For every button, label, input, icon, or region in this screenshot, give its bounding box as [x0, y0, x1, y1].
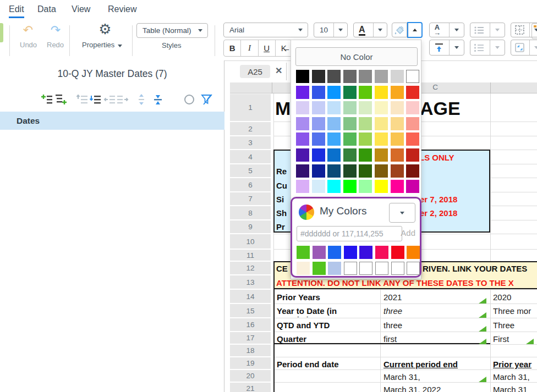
record-toggle-icon[interactable]: [183, 93, 195, 106]
sheet-cell[interactable]: LS ONLY: [419, 152, 454, 163]
palette-swatch[interactable]: [312, 70, 325, 83]
sheet-cell[interactable]: Three: [493, 319, 514, 331]
clear-format-button[interactable]: K̶: [276, 40, 292, 56]
sheet-cell[interactable]: March 31,: [383, 371, 420, 383]
sheet-cell[interactable]: 2021: [383, 291, 402, 303]
palette-swatch[interactable]: [343, 101, 357, 114]
my-color-swatch[interactable]: [359, 246, 372, 259]
redo-button[interactable]: ↷: [46, 24, 65, 36]
row-header-2[interactable]: 2: [230, 122, 271, 135]
palette-swatch[interactable]: [296, 132, 309, 146]
palette-swatch[interactable]: [343, 70, 357, 83]
row-header-10[interactable]: 10: [230, 234, 271, 249]
sheet-cell[interactable]: er 2, 2018: [420, 207, 457, 219]
palette-swatch[interactable]: [359, 180, 372, 193]
palette-swatch[interactable]: [406, 164, 419, 178]
vertical-align-button[interactable]: [429, 40, 464, 56]
sheet-cell[interactable]: March 31, 2022: [383, 384, 441, 392]
palette-swatch[interactable]: [391, 164, 404, 178]
move-section-right-icon[interactable]: [117, 93, 129, 106]
palette-swatch[interactable]: [312, 148, 325, 162]
add-section-icon[interactable]: [41, 93, 53, 106]
palette-swatch[interactable]: [343, 117, 357, 130]
sheet-cell[interactable]: first: [383, 333, 397, 345]
row-header-17[interactable]: 17: [230, 332, 271, 344]
row-header-11[interactable]: 11: [230, 250, 271, 261]
bold-button[interactable]: B: [224, 40, 241, 56]
font-name-dropdown[interactable]: Arial: [223, 23, 308, 37]
sheet-cell[interactable]: AGE: [420, 97, 461, 120]
my-color-swatch[interactable]: [344, 262, 357, 275]
palette-swatch[interactable]: [296, 117, 309, 130]
palette-swatch[interactable]: [327, 117, 341, 130]
numbered-list-button[interactable]: [470, 40, 505, 56]
palette-swatch[interactable]: [327, 148, 341, 162]
row-header-1[interactable]: 1: [230, 94, 271, 121]
my-color-swatch[interactable]: [407, 262, 420, 275]
palette-swatch[interactable]: [391, 132, 404, 146]
palette-swatch[interactable]: [296, 86, 309, 99]
table-style-dropdown[interactable]: Table (Normal): [136, 23, 208, 38]
properties-button[interactable]: ⚙: [80, 22, 130, 36]
fill-color-dropdown-open[interactable]: [407, 22, 423, 38]
palette-swatch[interactable]: [375, 164, 388, 178]
row-header-15[interactable]: 15: [230, 304, 271, 317]
palette-swatch[interactable]: [343, 86, 357, 99]
my-color-swatch[interactable]: [328, 262, 341, 275]
collapse-all-icon[interactable]: [152, 93, 164, 106]
sheet-cell[interactable]: CE: [276, 263, 288, 274]
row-header-16[interactable]: 16: [230, 318, 271, 331]
palette-swatch[interactable]: [391, 117, 404, 130]
sheet-cell[interactable]: three: [383, 305, 402, 317]
palette-swatch[interactable]: [312, 117, 325, 130]
palette-swatch[interactable]: [359, 164, 372, 178]
row-header-7[interactable]: 7: [230, 192, 271, 205]
palette-swatch[interactable]: [296, 148, 309, 162]
palette-swatch[interactable]: [359, 117, 372, 130]
close-icon[interactable]: ✕: [275, 65, 282, 76]
my-colors-dropdown[interactable]: [389, 203, 415, 223]
sheet-cell[interactable]: months): [277, 314, 309, 317]
palette-swatch[interactable]: [375, 180, 388, 193]
row-header-19[interactable]: 19: [230, 357, 271, 369]
palette-swatch[interactable]: [327, 86, 341, 99]
row-header-18[interactable]: 18: [230, 345, 271, 356]
underline-button[interactable]: U: [259, 40, 276, 56]
palette-swatch[interactable]: [359, 101, 372, 114]
row-header-6[interactable]: 6: [230, 178, 271, 191]
my-color-swatch[interactable]: [297, 246, 310, 259]
palette-swatch[interactable]: [406, 86, 419, 99]
sheet-cell[interactable]: Prior year: [493, 358, 537, 370]
sheet-cell[interactable]: 2020: [493, 291, 511, 303]
palette-swatch[interactable]: [375, 117, 388, 130]
hex-color-input[interactable]: [297, 226, 402, 241]
palette-swatch[interactable]: [359, 132, 372, 146]
menu-item-view[interactable]: View: [72, 4, 90, 14]
sheet-cell[interactable]: Cu: [276, 180, 287, 191]
palette-swatch[interactable]: [375, 70, 388, 83]
my-color-swatch[interactable]: [344, 246, 357, 259]
palette-swatch[interactable]: [359, 86, 372, 99]
palette-swatch[interactable]: [312, 132, 325, 146]
palette-swatch[interactable]: [406, 70, 419, 83]
menu-item-review[interactable]: Review: [108, 4, 136, 14]
menu-item-data[interactable]: Data: [37, 4, 56, 14]
font-color-button[interactable]: A: [353, 23, 387, 37]
sheet-cell[interactable]: Sh: [276, 207, 287, 219]
palette-swatch[interactable]: [406, 132, 419, 146]
undo-button[interactable]: ↶: [19, 24, 37, 36]
my-color-swatch[interactable]: [375, 262, 388, 275]
row-header-3[interactable]: 3: [230, 136, 271, 149]
palette-swatch[interactable]: [406, 180, 419, 193]
palette-swatch[interactable]: [391, 70, 404, 83]
add-child-section-icon[interactable]: [55, 93, 67, 106]
row-header-12[interactable]: 12: [230, 262, 271, 274]
sheet-cell[interactable]: QTD and YTD: [277, 319, 330, 331]
palette-swatch[interactable]: [406, 101, 419, 114]
sheet-cell[interactable]: M: [275, 97, 291, 120]
my-color-swatch[interactable]: [375, 246, 388, 259]
my-color-swatch[interactable]: [391, 246, 404, 259]
my-color-swatch[interactable]: [297, 262, 310, 275]
row-header-9[interactable]: 9: [230, 220, 271, 233]
my-color-swatch[interactable]: [328, 246, 341, 259]
